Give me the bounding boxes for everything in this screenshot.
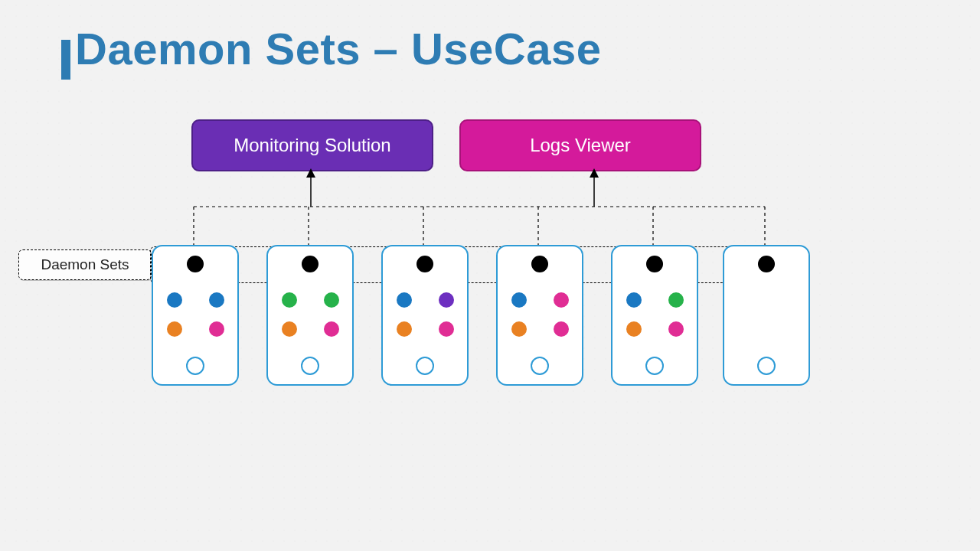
- node: [152, 245, 239, 386]
- logs-viewer-box: Logs Viewer: [459, 119, 701, 171]
- pods-grid: [612, 292, 697, 337]
- node-indicator-icon: [416, 357, 434, 375]
- pod-icon: [668, 321, 684, 337]
- pod-icon: [626, 292, 642, 308]
- pod-icon: [167, 321, 182, 337]
- pod-icon: [511, 321, 527, 337]
- daemon-pod-icon: [187, 256, 204, 272]
- pod-icon: [554, 292, 569, 308]
- node: [496, 245, 583, 386]
- pod-icon: [511, 292, 527, 308]
- node: [381, 245, 469, 386]
- pod-icon: [282, 292, 297, 308]
- pods-grid: [268, 292, 352, 337]
- daemon-sets-label: Daemon Sets: [18, 249, 152, 280]
- node-indicator-icon: [531, 357, 549, 375]
- daemon-pod-icon: [531, 256, 548, 272]
- pod-icon: [282, 321, 297, 337]
- pods-grid: [498, 292, 582, 337]
- pod-icon: [324, 292, 339, 308]
- node: [723, 245, 810, 386]
- pods-grid: [153, 292, 237, 337]
- monitoring-solution-label: Monitoring Solution: [234, 135, 390, 156]
- logs-viewer-label: Logs Viewer: [530, 135, 631, 156]
- pod-icon: [209, 292, 224, 308]
- node-indicator-icon: [757, 357, 776, 375]
- pod-icon: [439, 321, 454, 337]
- pod-icon: [626, 321, 642, 337]
- node: [611, 245, 698, 386]
- monitoring-solution-box: Monitoring Solution: [191, 119, 433, 171]
- pods-grid: [383, 292, 467, 337]
- slide: Daemon Sets – UseCase Monitoring Solutio…: [0, 0, 980, 551]
- daemon-pod-icon: [758, 256, 775, 272]
- pod-icon: [397, 292, 412, 308]
- pod-icon: [439, 292, 454, 308]
- pod-icon: [397, 321, 412, 337]
- daemon-pod-icon: [646, 256, 663, 272]
- daemon-sets-label-text: Daemon Sets: [41, 256, 129, 273]
- pod-icon: [209, 321, 224, 337]
- pod-icon: [324, 321, 339, 337]
- pod-icon: [554, 321, 569, 337]
- title-accent-bar: [61, 40, 70, 80]
- node-indicator-icon: [301, 357, 319, 375]
- pod-icon: [668, 292, 684, 308]
- node-indicator-icon: [186, 357, 204, 375]
- daemon-sets-band: [150, 246, 798, 283]
- node-indicator-icon: [645, 357, 664, 375]
- pod-icon: [167, 292, 182, 308]
- daemon-pod-icon: [416, 256, 433, 272]
- slide-title: Daemon Sets – UseCase: [75, 23, 602, 74]
- daemon-pod-icon: [302, 256, 318, 272]
- node: [266, 245, 354, 386]
